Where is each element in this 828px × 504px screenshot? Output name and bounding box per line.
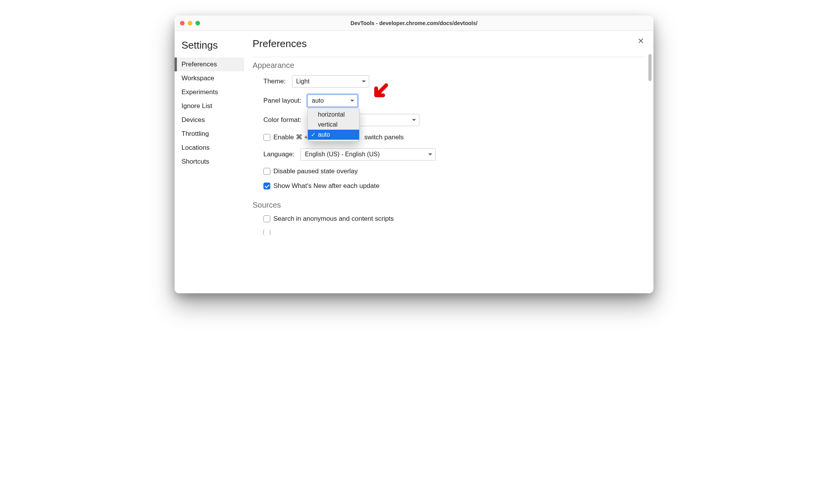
caret-down-icon: [350, 100, 354, 102]
sidebar-item-experiments[interactable]: Experiments: [175, 85, 244, 99]
scrollbar[interactable]: [648, 54, 652, 289]
row-whats-new: Show What's New after each update: [263, 182, 645, 190]
row-search-anon: Search in anonymous and content scripts: [263, 215, 645, 223]
panel-layout-option-auto[interactable]: auto: [308, 130, 359, 140]
shortcut-switch-panels-label-before: Enable ⌘ +: [273, 133, 308, 141]
cutoff-checkbox[interactable]: [263, 230, 270, 235]
section-sources-title: Sources: [253, 201, 645, 210]
language-label: Language:: [263, 151, 294, 158]
settings-sidebar: Settings Preferences Workspace Experimen…: [175, 31, 244, 293]
panel-layout-option-vertical[interactable]: vertical: [308, 120, 359, 130]
language-select-value: English (US) - English (US): [305, 151, 380, 158]
shortcut-switch-panels-checkbox[interactable]: [263, 134, 270, 141]
panel-layout-dropdown: horizontal vertical auto: [307, 108, 360, 142]
sidebar-heading: Settings: [175, 38, 244, 58]
section-appearance-title: Appearance: [253, 61, 645, 70]
sidebar-item-ignore-list[interactable]: Ignore List: [175, 99, 244, 113]
row-panel-layout: Panel layout: auto horizontal vertical a…: [263, 95, 645, 107]
window-zoom-button[interactable]: [195, 21, 200, 25]
divider: [253, 57, 645, 57]
sidebar-item-locations[interactable]: Locations: [175, 141, 244, 155]
sidebar-item-devices[interactable]: Devices: [175, 113, 244, 127]
language-select[interactable]: English (US) - English (US): [300, 148, 436, 161]
titlebar: DevTools - developer.chrome.com/docs/dev…: [175, 15, 653, 31]
window-title: DevTools - developer.chrome.com/docs/dev…: [175, 20, 653, 26]
disable-paused-overlay-checkbox[interactable]: [263, 168, 270, 175]
sidebar-item-workspace[interactable]: Workspace: [175, 71, 244, 85]
preferences-panel: Preferences Appearance Theme: Light Pane…: [244, 31, 653, 293]
annotation-arrow-icon: [371, 83, 389, 101]
whats-new-label: Show What's New after each update: [273, 182, 379, 190]
search-anon-checkbox[interactable]: [263, 215, 270, 222]
traffic-lights: [175, 21, 200, 25]
sidebar-item-throttling[interactable]: Throttling: [175, 127, 244, 141]
settings-body: Settings Preferences Workspace Experimen…: [175, 31, 653, 293]
row-language: Language: English (US) - English (US): [263, 148, 645, 161]
caret-down-icon: [412, 119, 416, 121]
panel-layout-select[interactable]: auto: [307, 95, 358, 107]
sidebar-item-shortcuts[interactable]: Shortcuts: [175, 155, 244, 169]
row-disable-paused-overlay: Disable paused state overlay: [263, 167, 645, 175]
row-cutoff: [263, 230, 645, 235]
theme-label: Theme:: [263, 78, 286, 85]
whats-new-checkbox[interactable]: [263, 183, 270, 189]
shortcut-switch-panels-label-after: switch panels: [364, 134, 404, 141]
caret-down-icon: [428, 154, 432, 156]
row-theme: Theme: Light: [263, 75, 645, 88]
window-close-button[interactable]: [180, 21, 185, 25]
scrollbar-thumb[interactable]: [648, 54, 652, 81]
page-title: Preferences: [253, 38, 645, 57]
color-format-label: Color format:: [263, 116, 301, 124]
disable-paused-overlay-label: Disable paused state overlay: [273, 167, 358, 175]
caret-down-icon: [362, 81, 366, 83]
search-anon-label: Search in anonymous and content scripts: [273, 215, 394, 223]
theme-select-value: Light: [296, 78, 310, 85]
panel-layout-option-horizontal[interactable]: horizontal: [308, 110, 359, 120]
theme-select[interactable]: Light: [292, 75, 369, 88]
settings-window: DevTools - developer.chrome.com/docs/dev…: [175, 15, 653, 293]
window-minimize-button[interactable]: [188, 21, 192, 25]
panel-layout-select-value: auto: [312, 97, 324, 104]
panel-layout-label: Panel layout:: [263, 97, 301, 105]
sidebar-item-preferences[interactable]: Preferences: [175, 58, 244, 71]
